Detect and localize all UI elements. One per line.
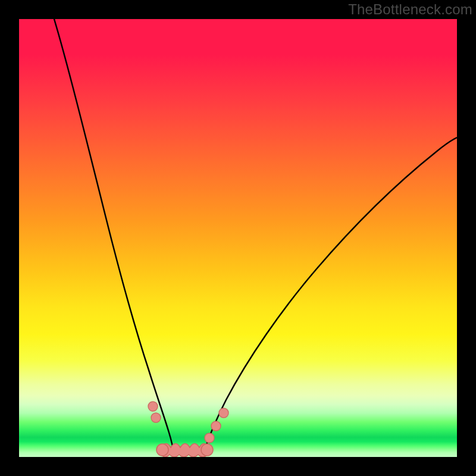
bottom-cap-left (156, 444, 168, 456)
right-curve (203, 137, 457, 457)
left-marker-1 (148, 402, 158, 411)
chart-frame: TheBottleneck.com (0, 0, 476, 476)
left-marker-2 (151, 413, 161, 422)
plot-area (19, 19, 457, 457)
right-marker-3 (219, 408, 228, 418)
right-marker-2 (211, 421, 221, 431)
left-curve (54, 19, 174, 457)
watermark-text: TheBottleneck.com (348, 1, 472, 18)
bottom-cap-right (201, 444, 213, 456)
right-marker-1 (205, 433, 214, 443)
curves-svg (19, 19, 457, 457)
